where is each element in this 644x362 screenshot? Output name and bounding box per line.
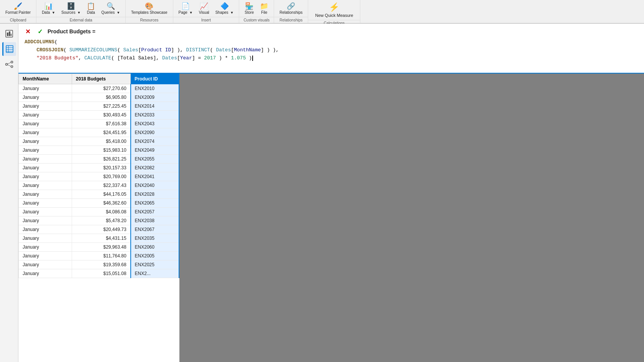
data-view-icon bbox=[5, 45, 14, 53]
ribbon-group-resources: 🎨 Templates Showcase Resources bbox=[126, 0, 173, 23]
table-row: January$5,478.20ENX2038 bbox=[19, 216, 179, 225]
cell-product: ENX2067 bbox=[131, 225, 179, 234]
svg-rect-3 bbox=[11, 34, 12, 36]
dax-line-1: ADDCOLUMNS( bbox=[25, 38, 639, 46]
cell-product: ENX2057 bbox=[131, 208, 179, 216]
table-row: January$4,431.15ENX2035 bbox=[19, 234, 179, 243]
relationships-button[interactable]: 🔗 Relationships bbox=[276, 1, 306, 16]
queries-button[interactable]: 🔍 Queries ▼ bbox=[98, 1, 123, 16]
sidebar-item-report[interactable] bbox=[2, 27, 16, 41]
page-button[interactable]: 📄 Page ▼ bbox=[176, 1, 196, 16]
custom-visuals-group-label: Custom visuals bbox=[239, 17, 274, 23]
cell-budgets: $20,449.73 bbox=[72, 225, 130, 234]
cell-product: ENX2028 bbox=[131, 190, 179, 199]
cell-product: ENX2014 bbox=[131, 102, 179, 111]
new-quick-measure-button[interactable]: ⚡ New Quick Measure bbox=[310, 1, 358, 19]
model-view-icon bbox=[5, 60, 13, 69]
table-row: January$15,051.08ENX2... bbox=[19, 269, 179, 278]
data-table: MonthName 2018 Budgets Product ID Januar… bbox=[18, 74, 179, 278]
table-row: January$6,905.80ENX2009 bbox=[19, 93, 179, 102]
cell-month: January bbox=[19, 234, 72, 243]
cell-product: ENX2040 bbox=[131, 181, 179, 190]
dax-line-3: "2018 Budgets", CALCULATE( [Total Sales]… bbox=[25, 54, 639, 62]
col-header-monthname[interactable]: MonthName bbox=[19, 74, 72, 84]
format-painter-button[interactable]: 🖌️ Format Painter bbox=[2, 1, 34, 16]
cell-budgets: $4,086.08 bbox=[72, 208, 130, 216]
cell-month: January bbox=[19, 269, 72, 278]
store-icon: 🏪 bbox=[245, 3, 253, 10]
cell-budgets: $11,764.80 bbox=[72, 252, 130, 260]
table-row: January$19,359.68ENX2025 bbox=[19, 260, 179, 269]
cell-budgets: $20,157.33 bbox=[72, 164, 130, 172]
format-painter-icon: 🖌️ bbox=[14, 3, 22, 10]
cell-month: January bbox=[19, 128, 72, 137]
table-row: January$27,225.45ENX2014 bbox=[19, 102, 179, 111]
table-row: January$26,821.25ENX2055 bbox=[19, 155, 179, 164]
left-sidebar bbox=[0, 24, 18, 362]
sources-button[interactable]: 🗄️ Sources ▼ bbox=[58, 1, 84, 16]
cell-product: ENX2035 bbox=[131, 234, 179, 243]
cell-product: ENX2041 bbox=[131, 172, 179, 181]
cell-month: January bbox=[19, 216, 72, 225]
visual-button[interactable]: 📈 Visual bbox=[196, 1, 212, 16]
file-button[interactable]: 📁 File bbox=[257, 1, 271, 16]
data2-button[interactable]: 📋 Data bbox=[84, 1, 98, 16]
col-header-productid[interactable]: Product ID bbox=[131, 74, 179, 84]
svg-point-11 bbox=[11, 66, 13, 68]
cell-month: January bbox=[19, 181, 72, 190]
cell-budgets: $44,176.05 bbox=[72, 190, 130, 199]
cell-month: January bbox=[19, 84, 72, 93]
ribbon-group-custom-visuals: 🏪 Store 📁 File Custom visuals bbox=[239, 0, 274, 23]
cell-product: ENX2065 bbox=[131, 199, 179, 208]
table-row: January$15,983.10ENX2049 bbox=[19, 146, 179, 155]
table-header: MonthName 2018 Budgets Product ID bbox=[19, 74, 179, 84]
table-row: January$5,418.00ENX2074 bbox=[19, 137, 179, 146]
templates-showcase-button[interactable]: 🎨 Templates Showcase bbox=[128, 1, 171, 16]
cell-month: January bbox=[19, 93, 72, 102]
visual-icon: 📈 bbox=[200, 3, 208, 10]
cell-budgets: $30,493.45 bbox=[72, 111, 130, 120]
cell-month: January bbox=[19, 199, 72, 208]
main-content: ✕ ✓ Product Budgets = ADDCOLUMNS( CROSSJ… bbox=[18, 24, 644, 362]
cell-month: January bbox=[19, 102, 72, 111]
external-data-group-label: External data bbox=[36, 17, 125, 23]
cell-month: January bbox=[19, 208, 72, 216]
svg-line-13 bbox=[7, 65, 11, 66]
cell-month: January bbox=[19, 252, 72, 260]
cell-product: ENX2005 bbox=[131, 252, 179, 260]
store-button[interactable]: 🏪 Store bbox=[242, 1, 257, 16]
cell-month: January bbox=[19, 243, 72, 252]
cancel-icon: ✕ bbox=[25, 28, 30, 35]
svg-point-10 bbox=[11, 61, 13, 63]
sidebar-item-model[interactable] bbox=[2, 57, 16, 71]
cell-budgets: $6,905.80 bbox=[72, 93, 130, 102]
cell-product: ENX2... bbox=[131, 269, 179, 278]
data-button[interactable]: 📊 Data ▼ bbox=[39, 1, 58, 16]
dax-cancel-button[interactable]: ✕ bbox=[23, 27, 32, 36]
table-row: January$22,337.43ENX2040 bbox=[19, 181, 179, 190]
shapes-button[interactable]: 🔷 Shapes ▼ bbox=[212, 1, 237, 16]
cell-budgets: $5,478.20 bbox=[72, 216, 130, 225]
cell-product: ENX2049 bbox=[131, 146, 179, 155]
cell-product: ENX2055 bbox=[131, 155, 179, 164]
table-body: January$27,270.60ENX2010January$6,905.80… bbox=[19, 84, 179, 278]
dax-confirm-button[interactable]: ✓ bbox=[35, 27, 44, 36]
col-header-2018budgets[interactable]: 2018 Budgets bbox=[72, 74, 130, 84]
dax-code-area[interactable]: ADDCOLUMNS( CROSSJOIN( SUMMARIZECOLUMNS(… bbox=[23, 38, 639, 62]
table-row: January$44,176.05ENX2028 bbox=[19, 190, 179, 199]
clipboard-group-label: Clipboard bbox=[0, 17, 36, 23]
dax-editor[interactable]: ✕ ✓ Product Budgets = ADDCOLUMNS( CROSSJ… bbox=[18, 24, 644, 74]
sidebar-item-data[interactable] bbox=[2, 42, 16, 56]
cell-product: ENX2009 bbox=[131, 93, 179, 102]
table-row: January$24,451.95ENX2090 bbox=[19, 128, 179, 137]
cell-budgets: $29,963.48 bbox=[72, 243, 130, 252]
dax-toolbar: ✕ ✓ Product Budgets = bbox=[23, 27, 639, 36]
cell-month: January bbox=[19, 120, 72, 128]
cell-month: January bbox=[19, 260, 72, 269]
cell-month: January bbox=[19, 225, 72, 234]
cell-product: ENX2025 bbox=[131, 260, 179, 269]
cell-product: ENX2060 bbox=[131, 243, 179, 252]
table-row: January$46,362.60ENX2065 bbox=[19, 199, 179, 208]
cell-month: January bbox=[19, 190, 72, 199]
cell-month: January bbox=[19, 155, 72, 164]
